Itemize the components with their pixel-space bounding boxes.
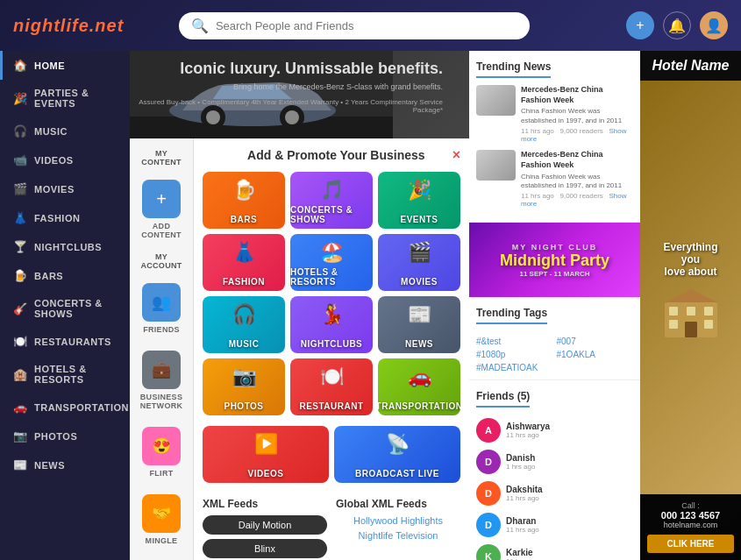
sidebar-item-videos[interactable]: 📹 VIDEOS [0, 145, 130, 174]
follow-btn[interactable]: 👤 FOLLOW [134, 555, 189, 560]
sidebar-item-bars[interactable]: 🍺 BARS [0, 261, 130, 290]
mingle-btn[interactable]: 🤝 MINGLE [134, 487, 189, 552]
friend-avatar-danish: D [476, 450, 501, 474]
business-network-btn[interactable]: 💼 BUSINESS NETWORK [134, 344, 189, 417]
tag-4[interactable]: #MADEATIOAK [476, 363, 553, 372]
search-input[interactable] [216, 19, 517, 32]
concerts-icon: 🎸 [13, 302, 27, 315]
hotel-cta-button[interactable]: CLIK HERE [647, 535, 734, 553]
promote-bars[interactable]: 🍺 BARS [203, 172, 285, 229]
hollywood-highlights-link[interactable]: Hollywood Highlights [336, 515, 460, 526]
banner-text: Iconic luxury. Unmissable benefits. Brin… [130, 60, 443, 114]
header: nightlife.net 🔍 + 🔔 👤 [0, 0, 741, 51]
promote-videos[interactable]: ▶️ VIDEOS [203, 426, 329, 483]
search-icon: 🔍 [191, 18, 209, 34]
hotels-category-icon: 🏖️ [320, 241, 344, 264]
sidebar-item-parties[interactable]: 🎉 PARTIES & EVENTS [0, 80, 130, 117]
add-button[interactable]: + [626, 11, 654, 39]
nightclubs-icon: 🍸 [13, 240, 27, 253]
flirt-btn[interactable]: 😍 FLIRT [134, 420, 189, 485]
news-category-icon: 📰 [408, 303, 431, 326]
header-actions: + 🔔 👤 [626, 11, 728, 39]
sidebar-item-concerts[interactable]: 🎸 CONCERTS & SHOWS [0, 290, 130, 327]
center-area: Iconic luxury. Unmissable benefits. Brin… [130, 51, 469, 560]
friend-dakshita[interactable]: D Dakshita 11 hrs ago [476, 478, 633, 509]
sidebar-item-fashion[interactable]: 👗 FASHION [0, 203, 130, 232]
main-content: Iconic luxury. Unmissable benefits. Brin… [130, 51, 741, 560]
hotel-ad: Hotel Name Everything you love about [640, 51, 741, 560]
add-content-btn[interactable]: + ADD CONTENT [134, 173, 189, 246]
trending-news-section: Trending News Mercedes-Benz China Fashio… [469, 51, 640, 223]
daily-motion-btn[interactable]: Daily Motion [203, 515, 327, 535]
friend-dharan[interactable]: D Dharan 11 hrs ago [476, 509, 633, 541]
notifications-button[interactable]: 🔔 [663, 11, 691, 39]
svg-rect-11 [669, 320, 678, 329]
broadcast-category-icon: 📡 [386, 433, 410, 456]
photos-category-icon: 📷 [232, 365, 256, 388]
friend-danish[interactable]: D Danish 1 hrs ago [476, 446, 633, 478]
tag-1[interactable]: #007 [557, 337, 634, 346]
sidebar-item-restaurants[interactable]: 🍽️ RESTAURANTS [0, 327, 130, 356]
promote-close-btn[interactable]: × [452, 147, 460, 163]
promote-header: Add & Promote Your Business × [203, 147, 460, 163]
fashion-icon: 👗 [13, 211, 27, 224]
friend-avatar-karkie: K [476, 544, 501, 560]
sidebar-item-movies[interactable]: 🎬 MOVIES [0, 174, 130, 203]
ad-panel: Hotel Name Everything you love about [640, 51, 741, 560]
news-content-2: Mercedes-Benz China Fashion Week China F… [521, 150, 633, 208]
promote-news[interactable]: 📰 NEWS [378, 296, 460, 353]
main-layout: 🏠 HOME 🎉 PARTIES & EVENTS 🎧 MUSIC 📹 VIDE… [0, 51, 741, 560]
promote-nightclubs[interactable]: 💃 NIGHTCLUBS [290, 296, 373, 353]
svg-rect-10 [704, 307, 713, 315]
sidebar-item-hotels[interactable]: 🏨 HOTELS & RESORTS [0, 356, 130, 393]
blinx-btn[interactable]: Blinx [203, 539, 327, 558]
photos-icon: 📷 [13, 429, 27, 443]
promote-concerts[interactable]: 🎵 CONCERTS & SHOWS [290, 172, 373, 229]
tag-3[interactable]: #1OAKLA [557, 350, 634, 359]
fashion-category-icon: 👗 [232, 241, 256, 264]
promote-events[interactable]: 🎉 EVENTS [378, 172, 460, 229]
nightclubs-category-icon: 💃 [320, 303, 344, 326]
sidebar-item-transportation[interactable]: 🚗 TRANSPORTATION [0, 393, 130, 422]
hotel-image-area: Everything you love about [640, 81, 741, 494]
xml-feeds-global: Global XML Feeds Hollywood Highlights Ni… [336, 498, 460, 560]
promote-fashion[interactable]: 👗 FASHION [203, 234, 285, 291]
my-content-title: MY CONTENT [134, 145, 189, 170]
videos-icon: 📹 [13, 153, 27, 167]
tags-grid: #&test #007 #1080p #1OAKLA #MADEATIOAK [476, 337, 633, 372]
promote-movies[interactable]: 🎬 MOVIES [378, 234, 460, 291]
news-content-1: Mercedes-Benz China Fashion Week China F… [521, 85, 633, 143]
concerts-category-icon: 🎵 [320, 179, 344, 202]
sidebar-item-photos[interactable]: 📷 PHOTOS [0, 422, 130, 450]
promote-photos[interactable]: 📷 PHOTOS [203, 358, 285, 415]
svg-rect-12 [704, 320, 713, 329]
transportation-icon: 🚗 [13, 401, 27, 414]
friend-karkie[interactable]: K Karkie 11 hrs ago [476, 541, 633, 560]
friend-avatar-dakshita: D [476, 481, 501, 506]
tag-2[interactable]: #1080p [476, 350, 553, 359]
restaurants-icon: 🍽️ [13, 335, 27, 348]
friend-aishwarya[interactable]: A Aishwarya 11 hrs ago [476, 415, 633, 446]
promote-broadcast[interactable]: 📡 BROADCAST LIVE [334, 426, 460, 483]
news-item-2[interactable]: Mercedes-Benz China Fashion Week China F… [476, 150, 633, 208]
friends-btn[interactable]: 👥 FRIENDS [134, 276, 189, 341]
promote-restaurant[interactable]: 🍽️ RESTAURANT [290, 358, 373, 415]
sidebar-item-music[interactable]: 🎧 MUSIC [0, 117, 130, 145]
parties-icon: 🎉 [13, 92, 27, 105]
promote-transportation[interactable]: 🚗 TRANSPORTATION [378, 358, 460, 415]
avatar-button[interactable]: 👤 [700, 11, 728, 39]
promote-music[interactable]: 🎧 MUSIC [203, 296, 285, 353]
tag-0[interactable]: #&test [476, 337, 553, 346]
add-content-icon: + [156, 189, 167, 209]
music-icon: 🎧 [13, 124, 27, 138]
nightlife-television-link[interactable]: Nightlife Television [336, 530, 460, 541]
sidebar-item-news[interactable]: 📰 NEWS [0, 450, 130, 479]
friend-avatar-dharan: D [476, 513, 501, 537]
music-category-icon: 🎧 [232, 303, 256, 326]
news-item-1[interactable]: Mercedes-Benz China Fashion Week China F… [476, 85, 633, 143]
promote-hotels[interactable]: 🏖️ HOTELS & RESORTS [290, 234, 373, 291]
hotel-illustration [656, 285, 726, 337]
logo: nightlife.net [13, 16, 124, 36]
sidebar-item-home[interactable]: 🏠 HOME [0, 51, 130, 80]
sidebar-item-nightclubs[interactable]: 🍸 NIGHTCLUBS [0, 232, 130, 261]
